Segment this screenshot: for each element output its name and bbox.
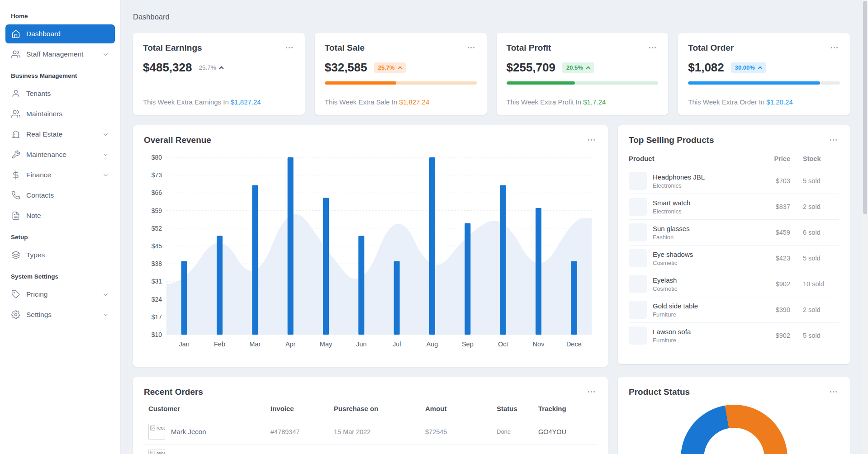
product-category: Furniture <box>653 337 691 344</box>
more-options-button[interactable] <box>586 386 597 397</box>
sidebar-item-label: Real Estate <box>26 130 62 138</box>
bottom-row: Recent Orders CustomerInvoicePusrchase o… <box>133 377 850 454</box>
svg-text:May: May <box>320 340 332 348</box>
breadcrumb: Dashboard <box>133 13 850 21</box>
product-price: $703 <box>752 177 790 184</box>
sidebar-item-label: Settings <box>26 311 52 319</box>
product-row[interactable]: Lawson sofa Furniture $902 5 sold <box>629 323 839 348</box>
product-price: $390 <box>752 306 790 313</box>
product-stock: 5 sold <box>790 255 839 262</box>
caret-up-icon <box>586 66 590 71</box>
svg-text:Aug: Aug <box>427 340 438 348</box>
sidebar-item-maintainers[interactable]: Maintainers <box>5 104 115 123</box>
sidebar-item-label: Dashboard <box>26 30 61 38</box>
sidebar-item-settings[interactable]: Settings <box>5 305 115 324</box>
real-estate-icon <box>11 130 20 139</box>
sidebar-item-finance[interactable]: Finance <box>5 166 115 184</box>
more-options-button[interactable] <box>828 386 839 397</box>
more-options-button[interactable] <box>828 134 839 146</box>
sidebar-item-label: Contacts <box>26 191 54 199</box>
more-options-button[interactable] <box>284 42 295 53</box>
stat-progress-track <box>688 81 840 85</box>
types-icon <box>11 251 20 260</box>
sidebar-item-tenants[interactable]: Tenants <box>5 84 115 103</box>
order-row[interactable]: rece Mark Jecon #4789347 15 Mar 2022 $72… <box>144 419 597 444</box>
stat-percent-badge: 20.5% <box>562 62 594 73</box>
product-name: Headphones JBL <box>653 173 705 181</box>
sidebar-item-staff-management[interactable]: Staff Management <box>5 45 115 64</box>
tenant-icon <box>11 89 20 98</box>
stat-percent-badge: 30.00% <box>731 62 766 73</box>
scrollbar-thumb[interactable] <box>863 1 867 214</box>
stat-card-value: $255,709 <box>507 61 555 75</box>
sidebar-section-header: Setup <box>0 227 120 244</box>
sidebar-section-header: System Settings <box>0 266 120 284</box>
product-name: Eyelash <box>653 276 677 284</box>
svg-text:Oct: Oct <box>498 340 508 348</box>
product-category: Electronics <box>653 208 690 215</box>
more-options-icon <box>285 43 294 52</box>
chevron-down-icon <box>102 151 109 158</box>
sidebar-item-label: Pricing <box>26 290 47 298</box>
product-row[interactable]: Gold side table Furniture $390 2 sold <box>629 297 839 323</box>
stat-footer: This Week Extra Order In $1,20.24 <box>688 98 840 106</box>
more-options-button[interactable] <box>586 134 597 146</box>
stat-card-total-order: Total Order $1,082 30.00% This Week Extr… <box>678 33 850 115</box>
main-content: Dashboard Total Earnings $485,328 25.7% … <box>121 0 862 454</box>
svg-text:$73: $73 <box>152 171 162 179</box>
product-name: Lawson sofa <box>653 328 691 336</box>
more-options-button[interactable] <box>829 42 840 53</box>
sidebar-item-real-estate[interactable]: Real Estate <box>5 125 115 144</box>
product-row[interactable]: Smart watch Electronics $837 2 sold <box>629 194 839 220</box>
order-row[interactable]: rece <box>144 444 597 454</box>
stat-card-title: Total Order <box>688 43 734 53</box>
column-header-pusrchase-on: Pusrchase on <box>334 405 425 412</box>
more-options-icon <box>648 43 657 52</box>
sidebar-item-dashboard[interactable]: Dashboard <box>5 24 115 43</box>
product-row[interactable]: Eyelash Cosmetic $902 10 sold <box>629 271 839 297</box>
sidebar-item-label: Note <box>26 212 41 220</box>
more-options-icon <box>829 387 838 397</box>
more-options-button[interactable] <box>647 42 658 53</box>
product-row[interactable]: Sun glasses Fashion $459 6 sold <box>629 220 839 246</box>
svg-text:Dece: Dece <box>566 340 582 348</box>
stat-footer-amount: $1,20.24 <box>766 98 792 106</box>
sidebar-item-maintenance[interactable]: Maintenance <box>5 145 115 164</box>
stat-card-title: Total Sale <box>325 43 365 53</box>
svg-text:Mar: Mar <box>249 340 261 348</box>
sidebar-item-contacts[interactable]: Contacts <box>5 186 115 205</box>
svg-text:Jun: Jun <box>356 340 366 348</box>
svg-text:$38: $38 <box>152 260 162 267</box>
sidebar-item-note[interactable]: Note <box>5 206 115 225</box>
product-category: Furniture <box>653 311 698 318</box>
product-category: Electronics <box>653 182 705 189</box>
maintenance-icon <box>11 150 20 159</box>
avatar-alt-text: rece <box>157 450 165 454</box>
svg-text:$80: $80 <box>152 154 162 161</box>
sidebar: HomeDashboardStaff ManagementBusiness Ma… <box>0 0 121 454</box>
more-options-icon <box>587 135 596 145</box>
sidebar-item-label: Finance <box>26 171 51 179</box>
sidebar-item-types[interactable]: Types <box>5 246 115 265</box>
sidebar-item-label: Tenants <box>26 90 51 98</box>
stat-progress-track <box>325 81 477 85</box>
column-header-status: Status <box>479 405 538 412</box>
caret-up-icon <box>219 66 223 71</box>
product-price: $902 <box>752 332 790 339</box>
chevron-down-icon <box>102 312 109 318</box>
product-row[interactable]: Eye shadows Cosmetic $423 5 sold <box>629 246 839 271</box>
svg-text:$59: $59 <box>152 207 162 214</box>
more-options-button[interactable] <box>465 42 477 53</box>
recent-orders-card: Recent Orders CustomerInvoicePusrchase o… <box>133 377 608 454</box>
page-scrollbar[interactable] <box>862 0 868 454</box>
svg-text:$10: $10 <box>152 331 162 338</box>
product-category: Cosmetic <box>653 260 693 266</box>
svg-text:$45: $45 <box>152 242 162 250</box>
top-selling-list: Headphones JBL Electronics $703 5 sold S… <box>629 168 839 348</box>
stat-footer: This Week Extra Sale In $1,827.24 <box>325 98 477 106</box>
product-price: $459 <box>752 229 790 236</box>
stat-card-value: $485,328 <box>143 61 192 75</box>
sidebar-item-pricing[interactable]: Pricing <box>5 285 115 304</box>
svg-text:$52: $52 <box>152 225 162 232</box>
product-row[interactable]: Headphones JBL Electronics $703 5 sold <box>629 168 839 194</box>
